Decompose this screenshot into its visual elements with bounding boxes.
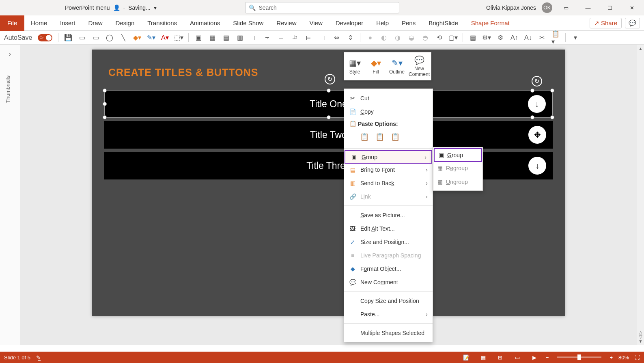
tab-draw[interactable]: Draw bbox=[82, 15, 109, 31]
save-icon[interactable]: 💾 bbox=[64, 34, 72, 42]
cm-bring-to-front[interactable]: ▤Bring to Front› bbox=[344, 163, 433, 176]
merge-union-icon[interactable]: ● bbox=[366, 34, 374, 42]
slideshow-view-icon[interactable]: ▶ bbox=[529, 352, 540, 363]
selection-handle[interactable] bbox=[530, 115, 534, 119]
scroll-prev-icon[interactable]: △ bbox=[639, 330, 642, 335]
mini-style-button[interactable]: ▦▾Style bbox=[344, 52, 365, 80]
cm-multiple-selected[interactable]: Multiple Shapes Selected bbox=[344, 326, 433, 339]
group-icon[interactable]: ▣ bbox=[194, 34, 202, 42]
tab-insert[interactable]: Insert bbox=[54, 15, 82, 31]
textbox-shape-icon[interactable]: ⬚▾ bbox=[174, 34, 183, 42]
shape-outline-icon[interactable]: ✎▾ bbox=[147, 34, 155, 42]
mini-new-comment-button[interactable]: 💬New Comment bbox=[407, 52, 431, 80]
minimize-button[interactable]: — bbox=[580, 2, 596, 14]
tab-transitions[interactable]: Transitions bbox=[141, 15, 183, 31]
scroll-up-icon[interactable]: ▲ bbox=[639, 46, 643, 51]
align-left-icon[interactable]: ⫞ bbox=[250, 34, 258, 42]
settings-icon[interactable]: ⚙▾ bbox=[482, 34, 491, 42]
save-dropdown-icon[interactable]: ▾ bbox=[154, 4, 157, 11]
paste-keep-source-icon[interactable]: 📋 bbox=[374, 131, 386, 143]
cm-format-object[interactable]: ◆Format Object... bbox=[344, 262, 433, 275]
tab-brightslide[interactable]: BrightSlide bbox=[422, 15, 465, 31]
rotation-handle[interactable]: ↻ bbox=[532, 76, 542, 86]
user-name[interactable]: Olivia Kippax Jones bbox=[486, 4, 536, 11]
maximize-button[interactable]: ☐ bbox=[602, 2, 618, 14]
font-color-icon[interactable]: A▾ bbox=[161, 34, 169, 42]
fit-to-window-icon[interactable]: ⛶ bbox=[635, 354, 640, 361]
cm-cut[interactable]: ✂Cut bbox=[344, 91, 433, 105]
selection-handle[interactable] bbox=[103, 115, 107, 119]
reading-view-icon[interactable]: ▭ bbox=[512, 352, 523, 363]
comments-toggle[interactable]: 💬 bbox=[625, 18, 640, 28]
distribute-v-icon[interactable]: ⇕ bbox=[346, 34, 354, 42]
slide[interactable]: CREATE TITLES & BUTTONS Title One ↓ ↻ ↻ … bbox=[92, 50, 565, 316]
sm-group[interactable]: ▣Group bbox=[434, 148, 482, 162]
selection-handle[interactable] bbox=[550, 89, 554, 93]
paste-picture-icon[interactable]: 📋 bbox=[390, 131, 401, 143]
zoom-in-button[interactable]: + bbox=[610, 354, 613, 361]
align-top-icon[interactable]: ⫡ bbox=[291, 34, 299, 42]
cm-edit-alt-text[interactable]: 🖼Edit Alt Text... bbox=[344, 222, 433, 235]
ungroup-icon[interactable]: ▦ bbox=[208, 34, 216, 42]
sm-regroup[interactable]: ▦Regroup bbox=[433, 161, 482, 175]
align-center-icon[interactable]: ⫟ bbox=[263, 34, 271, 42]
mini-outline-button[interactable]: ✎▾Outline bbox=[386, 52, 407, 80]
zoom-slider[interactable] bbox=[557, 357, 601, 358]
increase-font-icon[interactable]: A↑ bbox=[510, 34, 518, 42]
tab-review[interactable]: Review bbox=[270, 15, 303, 31]
user-avatar[interactable]: OK bbox=[542, 2, 552, 13]
cm-copy[interactable]: 📄Copy bbox=[344, 105, 433, 118]
title-row-2[interactable]: Title Two ✥ bbox=[104, 121, 553, 149]
customize-qat-icon[interactable]: ▾ bbox=[571, 34, 579, 42]
edit-points-icon[interactable]: ⟲ bbox=[435, 34, 443, 42]
tab-help[interactable]: Help bbox=[370, 15, 395, 31]
cm-size-position[interactable]: ⤢Size and Position... bbox=[344, 235, 433, 248]
distribute-h-icon[interactable]: ⇔ bbox=[332, 34, 340, 42]
tab-design[interactable]: Design bbox=[109, 15, 141, 31]
tab-home[interactable]: Home bbox=[24, 15, 54, 31]
slide-counter[interactable]: Slide 1 of 5 bbox=[4, 354, 30, 361]
selection-handle[interactable] bbox=[327, 115, 331, 119]
rect-shape-icon[interactable]: ▭ bbox=[92, 34, 100, 42]
rotation-handle[interactable]: ↻ bbox=[325, 74, 335, 84]
vertical-scrollbar[interactable]: ▲ △ ▽ ▼ bbox=[637, 45, 644, 345]
tab-animations[interactable]: Animations bbox=[183, 15, 226, 31]
line-shape-icon[interactable]: ╲ bbox=[119, 34, 127, 42]
textbox-icon[interactable]: ▭ bbox=[78, 34, 86, 42]
paste-options-icon[interactable]: 📋▾ bbox=[551, 34, 560, 42]
zoom-level[interactable]: 80% bbox=[618, 354, 629, 361]
scroll-next-icon[interactable]: ▽ bbox=[639, 335, 642, 339]
notes-button[interactable]: 📝 bbox=[461, 352, 472, 363]
zoom-out-button[interactable]: − bbox=[546, 354, 549, 361]
align-middle-icon[interactable]: ⫢ bbox=[305, 34, 313, 42]
tab-slideshow[interactable]: Slide Show bbox=[226, 15, 270, 31]
close-button[interactable]: ✕ bbox=[624, 2, 640, 14]
sorter-view-icon[interactable]: ⊞ bbox=[495, 352, 506, 363]
gear-icon[interactable]: ⚙ bbox=[496, 34, 504, 42]
title-row-3[interactable]: Title Three ↓ bbox=[104, 152, 553, 179]
shape-fill-icon[interactable]: ◆▾ bbox=[133, 34, 141, 42]
cm-new-comment[interactable]: 💬New Comment bbox=[344, 275, 433, 289]
selection-pane-icon[interactable]: ▤ bbox=[469, 34, 477, 42]
send-backward-icon[interactable]: ▥ bbox=[236, 34, 244, 42]
merge-subtract-icon[interactable]: ◓ bbox=[421, 34, 429, 42]
tab-pens[interactable]: Pens bbox=[395, 15, 422, 31]
align-right-icon[interactable]: ⫠ bbox=[277, 34, 285, 42]
scroll-down-icon[interactable]: ▼ bbox=[639, 339, 643, 344]
title-row-2-button[interactable]: ✥ bbox=[528, 126, 546, 144]
merge-intersect-icon[interactable]: ◒ bbox=[407, 34, 416, 42]
title-row-3-button[interactable]: ↓ bbox=[528, 157, 546, 175]
title-row-1[interactable]: Title One ↓ bbox=[104, 90, 553, 118]
cm-group[interactable]: ▣Group› bbox=[345, 150, 432, 164]
expand-thumbnails-button[interactable]: › bbox=[5, 49, 15, 59]
selection-handle[interactable] bbox=[103, 89, 107, 93]
decrease-font-icon[interactable]: A↓ bbox=[524, 34, 532, 42]
tab-developer[interactable]: Developer bbox=[329, 15, 370, 31]
selection-handle[interactable] bbox=[103, 102, 107, 106]
search-box[interactable]: 🔍 Search bbox=[245, 2, 399, 13]
share-button[interactable]: ↗Share bbox=[590, 18, 622, 28]
format-painter-icon[interactable]: ✂ bbox=[538, 34, 546, 42]
tab-shape-format[interactable]: Shape Format bbox=[465, 15, 516, 31]
selection-handle[interactable] bbox=[550, 115, 554, 119]
align-bottom-icon[interactable]: ⫣ bbox=[319, 34, 327, 42]
